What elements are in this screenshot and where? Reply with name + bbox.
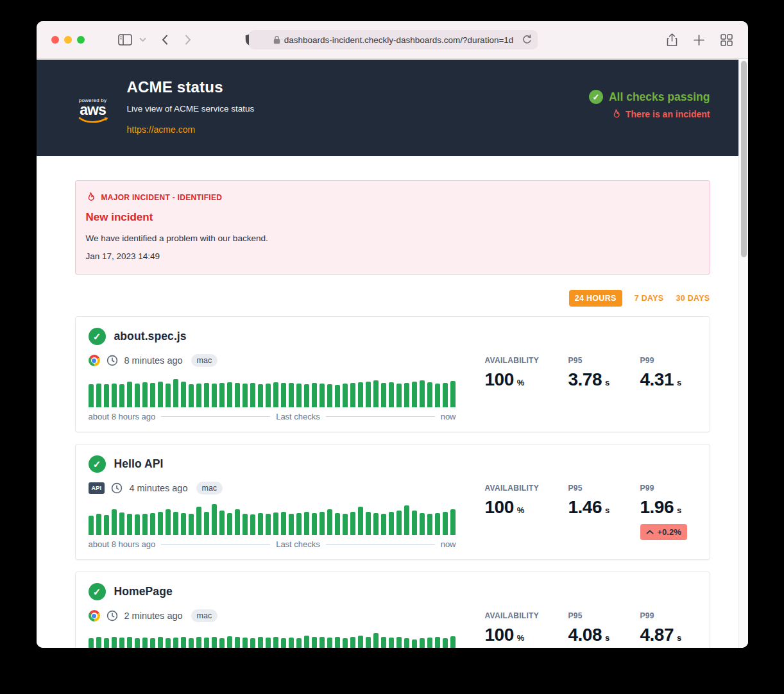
status-bar bbox=[427, 514, 432, 535]
scrollbar-thumb[interactable] bbox=[741, 61, 747, 257]
status-bar bbox=[127, 514, 132, 535]
status-bar bbox=[366, 382, 371, 407]
status-bar bbox=[435, 384, 440, 407]
axis-start-label: about 8 hours ago bbox=[89, 539, 156, 549]
check-card-hello-api: ✓ Hello API API 4 minutes ago mac bbox=[75, 444, 710, 560]
aws-logo: powered by aws bbox=[75, 97, 111, 135]
status-bar bbox=[142, 382, 148, 407]
check-card-about-spec-js: ✓ about.spec.js 8 minutes ago mac bbox=[75, 316, 710, 432]
back-icon[interactable] bbox=[162, 35, 168, 45]
status-bar bbox=[396, 511, 402, 535]
chevron-down-icon[interactable] bbox=[139, 37, 146, 42]
availability-value: 100 bbox=[485, 369, 514, 390]
status-bar bbox=[142, 514, 148, 535]
zoom-window-button[interactable] bbox=[77, 36, 85, 44]
close-window-button[interactable] bbox=[51, 36, 59, 44]
address-bar[interactable]: dashboards-incident.checkly-dashboards.c… bbox=[249, 30, 538, 49]
status-bar bbox=[350, 383, 355, 407]
acme-link[interactable]: https://acme.com bbox=[127, 124, 196, 135]
scrollbar[interactable] bbox=[738, 60, 748, 648]
status-bars-chart bbox=[89, 632, 456, 648]
duration-tabs: 24 HOURS 7 DAYS 30 DAYS bbox=[75, 290, 710, 307]
status-bar bbox=[212, 384, 217, 407]
status-bar bbox=[219, 383, 225, 407]
status-bar bbox=[104, 638, 109, 648]
status-bar bbox=[127, 637, 132, 648]
status-bar bbox=[450, 636, 456, 648]
status-bar bbox=[273, 637, 278, 648]
reload-icon[interactable] bbox=[522, 35, 532, 45]
status-bar bbox=[412, 382, 417, 407]
p95-value: 4.08 bbox=[568, 625, 602, 645]
minimize-window-button[interactable] bbox=[64, 36, 72, 44]
trend-up-icon bbox=[646, 530, 654, 534]
status-bar bbox=[404, 505, 409, 535]
status-bar bbox=[358, 507, 363, 535]
status-bar bbox=[420, 380, 425, 407]
status-bar bbox=[273, 382, 278, 407]
status-bar bbox=[343, 384, 348, 407]
incident-status-label: There is an incident bbox=[626, 109, 710, 119]
check-card-homepage: ✓ HomePage 2 minutes ago mac bbox=[75, 571, 710, 648]
tab-30-days[interactable]: 30 DAYS bbox=[676, 290, 710, 307]
status-bar bbox=[381, 514, 386, 535]
incident-message: We have identified a problem with our ba… bbox=[86, 233, 699, 243]
status-bar bbox=[196, 637, 201, 648]
status-bar bbox=[343, 638, 348, 648]
p99-value: 1.96 bbox=[640, 497, 674, 518]
status-bar bbox=[119, 384, 124, 407]
p95-value: 1.46 bbox=[568, 497, 602, 518]
share-icon[interactable] bbox=[667, 33, 677, 47]
status-bar bbox=[219, 511, 225, 535]
status-bar bbox=[219, 638, 225, 648]
status-bar bbox=[435, 513, 440, 535]
location-badge: mac bbox=[191, 609, 218, 622]
availability-stat: AVAILABILITY 100% bbox=[485, 356, 568, 421]
tab-7-days[interactable]: 7 DAYS bbox=[635, 290, 664, 307]
tab-24-hours[interactable]: 24 HOURS bbox=[569, 290, 622, 307]
status-bar bbox=[358, 636, 363, 648]
axis-end-label: now bbox=[441, 412, 456, 421]
status-bar bbox=[150, 383, 155, 407]
status-bar bbox=[196, 384, 201, 407]
page-content: powered by aws ACME status Live view of … bbox=[37, 60, 748, 648]
status-bar bbox=[235, 383, 240, 407]
incident-timestamp: Jan 17, 2023 14:49 bbox=[86, 251, 699, 261]
status-bar bbox=[173, 379, 178, 407]
check-passing-icon: ✓ bbox=[89, 328, 106, 345]
status-bar bbox=[296, 638, 302, 648]
status-bar bbox=[435, 637, 440, 648]
status-bar bbox=[289, 514, 294, 535]
window-controls bbox=[51, 36, 85, 44]
tab-overview-icon[interactable] bbox=[720, 34, 733, 46]
status-bar bbox=[258, 637, 263, 648]
sidebar-icon[interactable] bbox=[118, 34, 132, 46]
status-bars-chart bbox=[89, 377, 456, 407]
status-bar bbox=[396, 637, 402, 648]
status-bar bbox=[127, 382, 132, 407]
status-bar bbox=[320, 512, 325, 535]
p95-value: 3.78 bbox=[568, 369, 602, 390]
lock-icon bbox=[273, 35, 280, 44]
status-bar bbox=[381, 383, 386, 407]
status-bar bbox=[204, 383, 209, 407]
status-bar bbox=[119, 512, 124, 535]
location-badge: mac bbox=[191, 354, 218, 367]
p95-stat: P95 4.08s bbox=[568, 611, 640, 648]
axis-end-label: now bbox=[441, 539, 456, 549]
status-bar bbox=[258, 384, 263, 407]
availability-stat: AVAILABILITY 100% bbox=[485, 611, 568, 648]
status-bar bbox=[304, 636, 309, 648]
status-bar bbox=[212, 637, 217, 648]
status-bar bbox=[335, 385, 340, 407]
new-tab-icon[interactable] bbox=[694, 35, 704, 46]
status-bar bbox=[243, 638, 248, 648]
clock-icon bbox=[111, 482, 123, 494]
status-bar bbox=[181, 382, 186, 407]
status-bar bbox=[173, 512, 178, 535]
status-bar bbox=[320, 637, 325, 648]
status-bar bbox=[243, 514, 248, 535]
forward-icon[interactable] bbox=[185, 35, 191, 45]
status-bar bbox=[112, 384, 117, 407]
status-bar bbox=[335, 637, 340, 648]
